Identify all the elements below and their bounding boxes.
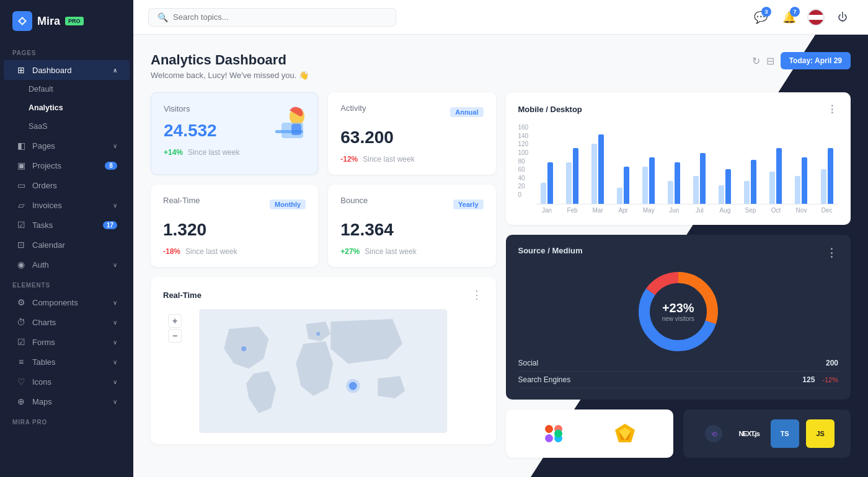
tasks-badge: 17: [103, 221, 117, 229]
main-content: 🔍 💬 3 🔔 7 ⏻ Analytics Dashb: [133, 0, 868, 477]
pages-icon: ◧: [16, 141, 26, 151]
sidebar-item-components[interactable]: ⚙ Components ∨: [4, 292, 130, 312]
sidebar-item-auth[interactable]: ◉ Auth ∨: [4, 255, 130, 274]
sidebar-item-label: Tasks: [32, 221, 53, 230]
sidebar-item-tables[interactable]: ≡ Tables ∨: [4, 352, 130, 372]
bar-desktop: [821, 169, 826, 204]
sidebar-item-label: Orders: [32, 181, 57, 190]
section-elements-label: ELEMENTS: [0, 274, 133, 292]
donut-pct: +23%: [662, 301, 694, 315]
chevron-down-icon: ∨: [113, 319, 117, 326]
sidebar-item-label: Icons: [32, 377, 51, 387]
realtime-change: -18%: [163, 247, 180, 256]
sidebar-item-label: Dashboard: [32, 66, 72, 75]
bar-mobile: [700, 153, 706, 204]
sidebar-item-orders[interactable]: ▭ Orders: [4, 175, 130, 195]
source-menu[interactable]: ⋮: [826, 246, 838, 260]
bar-mobile: [547, 162, 553, 204]
bar-pair: [821, 148, 833, 204]
sidebar-item-tasks[interactable]: ☑ Tasks 17: [4, 215, 130, 235]
power-button[interactable]: ⏻: [832, 7, 853, 28]
sidebar-item-label: SaaS: [29, 122, 48, 131]
realtime-card: Real-Time Monthly 1.320 -18% Since last …: [151, 185, 318, 267]
bar-month-label: Feb: [561, 207, 584, 214]
sidebar-item-charts[interactable]: ⏱ Charts ∨: [4, 312, 130, 332]
bar-mobile: [649, 157, 655, 204]
bar-desktop: [744, 181, 750, 204]
donut-sub: new visitors: [662, 315, 694, 322]
sidebar-item-label: Components: [32, 298, 78, 307]
source-value: 200: [826, 359, 838, 367]
language-selector[interactable]: [807, 9, 825, 26]
bar-mobile: [828, 148, 833, 204]
y-axis: 160140120100806040200: [518, 124, 529, 198]
source-medium-title: Source / Medium: [518, 246, 583, 260]
source-name: Social: [518, 359, 539, 367]
chart-container: 160140120100806040200 JanFebMarAprMayJun…: [518, 124, 839, 214]
sidebar-item-calendar[interactable]: ⊡ Calendar: [4, 235, 130, 255]
today-button[interactable]: Today: April 29: [781, 52, 851, 69]
sidebar-item-projects[interactable]: ▣ Projects 8: [4, 155, 130, 175]
bar-desktop: [795, 176, 800, 204]
sidebar-item-maps[interactable]: ⊕ Maps ∨: [4, 392, 130, 411]
page-header-actions: ↻ ⊟ Today: April 29: [752, 52, 851, 69]
x-axis-labels: JanFebMarAprMayJunJulAugSepOctNovDec: [536, 207, 839, 214]
sidebar-item-icons[interactable]: ♡ Icons ∨: [4, 372, 130, 392]
sketch-logo: [611, 419, 639, 448]
sidebar-item-analytics[interactable]: Analytics: [4, 98, 130, 117]
chart-title: Mobile / Desktop: [518, 105, 582, 114]
alerts-badge: 7: [790, 7, 800, 17]
bar-month-label: Aug: [714, 207, 737, 214]
bar-mobile: [675, 162, 680, 204]
sidebar-item-label: Charts: [32, 318, 56, 327]
zoom-in-button[interactable]: +: [168, 314, 182, 328]
realtime-since: Since last week: [185, 247, 237, 256]
svg-rect-13: [545, 425, 553, 433]
refresh-icon[interactable]: ↻: [752, 55, 760, 67]
map-title: Real-Time: [163, 291, 202, 300]
typescript-logo: TS: [771, 419, 799, 448]
bar-group: [790, 157, 813, 204]
realtime-label: Real-Time: [163, 196, 200, 205]
chevron-down-icon: ∨: [113, 202, 117, 209]
zoom-out-button[interactable]: −: [168, 329, 182, 343]
bar-group: [739, 160, 762, 204]
bar-month-label: Jun: [663, 207, 686, 214]
map-more-menu[interactable]: ⋮: [471, 288, 484, 302]
search-input[interactable]: [173, 12, 387, 22]
source-medium-header: Source / Medium ⋮: [518, 246, 839, 260]
svg-point-8: [316, 332, 320, 336]
alerts-button[interactable]: 🔔 7: [779, 7, 800, 28]
sidebar-item-dashboard[interactable]: ⊞ Dashboard ∧: [4, 60, 130, 80]
sidebar-item-label: Analytics: [29, 103, 63, 112]
sidebar-item-label: Maps: [32, 397, 52, 406]
bar-month-label: Dec: [815, 207, 838, 214]
svg-point-6: [346, 379, 360, 393]
bounce-card: Bounce Yearly 12.364 +27% Since last wee…: [328, 185, 495, 267]
bar-desktop: [719, 185, 724, 204]
search-box[interactable]: 🔍: [148, 8, 396, 27]
sidebar-item-label: Tables: [32, 357, 56, 367]
chart-more-menu[interactable]: ⋮: [827, 103, 838, 115]
sidebar-item-invoices[interactable]: ▱ Invoices ∨: [4, 195, 130, 215]
chevron-down-icon: ∨: [113, 359, 117, 365]
sidebar-item-saas[interactable]: SaaS: [4, 117, 130, 136]
bar-month-label: Nov: [790, 207, 813, 214]
sidebar-item-forms[interactable]: ☑ Forms ∨: [4, 332, 130, 352]
bar-group: [536, 162, 559, 204]
notifications-button[interactable]: 💬 3: [750, 7, 771, 28]
donut-chart: +23% new visitors: [518, 268, 839, 355]
bar-mobile: [751, 160, 756, 204]
pro-badge: PRO: [65, 17, 84, 25]
filter-icon[interactable]: ⊟: [766, 55, 774, 67]
bar-month-label: Jul: [688, 207, 711, 214]
bottom-stats: Real-Time Monthly 1.320 -18% Since last …: [151, 185, 496, 267]
activity-label: Activity: [340, 103, 366, 113]
sidebar-item-default[interactable]: Default: [4, 80, 130, 98]
sidebar-item-label: Pages: [32, 141, 55, 151]
bar-group: [587, 134, 609, 204]
visitors-since: Since last week: [188, 148, 239, 157]
top-stats: Visitors: [151, 92, 496, 175]
source-name: Search Engines: [518, 375, 571, 384]
sidebar-item-pages[interactable]: ◧ Pages ∨: [4, 136, 130, 155]
